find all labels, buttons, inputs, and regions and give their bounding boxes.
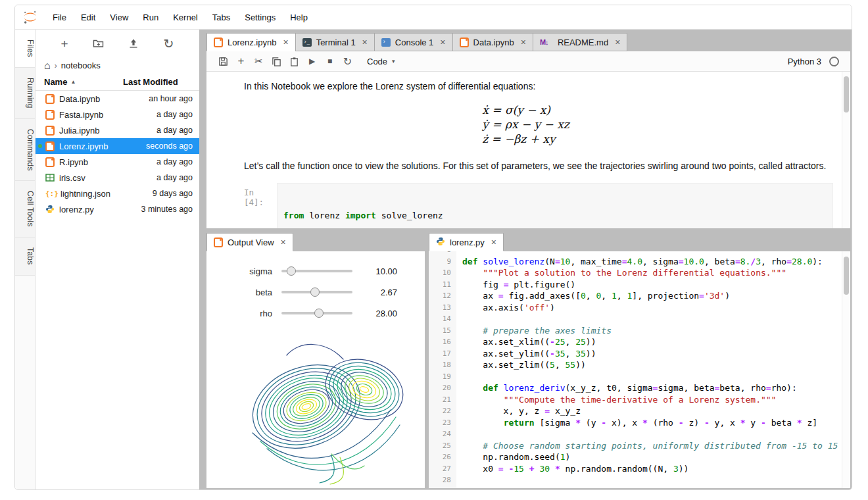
- tab-label: Console 1: [395, 38, 434, 47]
- close-icon[interactable]: ×: [283, 37, 288, 47]
- breadcrumb-folder[interactable]: notebooks: [61, 61, 101, 70]
- editor-line: 12 ax = fig.add_axes([0, 0, 1, 1], proje…: [429, 290, 850, 302]
- code-editor[interactable]: 8 9def solve_lorenz(N=10, max_time=4.0, …: [429, 251, 850, 488]
- slider-handle[interactable]: [287, 266, 296, 276]
- editor-line: 20 def lorenz_deriv(x_y_z, t0, sigma=sig…: [429, 382, 850, 394]
- line-number: 13: [429, 302, 456, 314]
- cell-type-dropdown[interactable]: Code ▾: [367, 57, 395, 66]
- editor-line: 25 # Choose random starting points, unif…: [429, 440, 850, 452]
- file-row[interactable]: R.ipynb a day ago: [36, 154, 199, 170]
- line-number: 25: [429, 440, 456, 452]
- tab-lorenz-ipynb[interactable]: Lorenz.ipynb ×: [206, 33, 296, 51]
- sidebar-tab-tabs[interactable]: Tabs: [15, 238, 35, 276]
- slider-handle[interactable]: [310, 288, 320, 297]
- notebook-scrollbar[interactable]: [842, 72, 850, 228]
- file-modified: an hour ago: [120, 94, 199, 103]
- menu-settings[interactable]: Settings: [237, 12, 283, 22]
- stop-button[interactable]: ■: [321, 57, 339, 66]
- terminal-icon: [302, 38, 312, 47]
- new-launcher-button[interactable]: +: [61, 38, 68, 50]
- close-icon[interactable]: ×: [362, 37, 368, 47]
- file-row[interactable]: lightning.json 9 days ago: [36, 186, 199, 201]
- cell-prompt: In [4]:: [244, 183, 277, 228]
- file-modified: 9 days ago: [120, 189, 199, 198]
- file-row[interactable]: Julia.ipynb a day ago: [36, 122, 199, 138]
- tab-data-ipynb[interactable]: Data.ipynb ×: [452, 33, 533, 51]
- line-number: 12: [429, 290, 456, 302]
- menu-tabs[interactable]: Tabs: [205, 12, 237, 22]
- notebook-content[interactable]: In this Notebook we explore the Lorenz s…: [206, 72, 850, 228]
- tab-label: Data.ipynb: [473, 38, 514, 47]
- code-text: """Plot a solution to the Lorenz differe…: [456, 267, 786, 279]
- file-row[interactable]: Fasta.ipynb a day ago: [36, 107, 199, 122]
- column-header-modified[interactable]: Last Modified: [123, 77, 199, 87]
- kernel-status-icon: [829, 57, 839, 66]
- file-modified: a day ago: [120, 157, 199, 166]
- sidebar-tab-running[interactable]: Running: [15, 68, 35, 119]
- cut-cells-button[interactable]: ✂: [250, 55, 268, 67]
- copy-cells-button[interactable]: [268, 57, 285, 66]
- insert-cell-button[interactable]: +: [232, 55, 250, 68]
- editor-line: 14: [429, 313, 850, 325]
- menu-edit[interactable]: Edit: [74, 12, 103, 22]
- line-number: 26: [429, 451, 456, 463]
- code-text: ax = fig.add_axes([0, 0, 1, 1], projecti…: [456, 290, 730, 302]
- editor-panel: lorenz.py × 8 9def solve_lorenz(N=10, ma…: [429, 233, 850, 488]
- menu-help[interactable]: Help: [283, 12, 315, 22]
- scrollbar-thumb[interactable]: [844, 76, 849, 113]
- line-number: 21: [429, 394, 456, 406]
- column-header-name[interactable]: Name ▲: [36, 77, 123, 87]
- file-row[interactable]: lorenz.py 3 minutes ago: [36, 201, 199, 217]
- scrollbar-thumb[interactable]: [844, 257, 849, 295]
- rho-slider[interactable]: [281, 308, 352, 318]
- close-icon[interactable]: ×: [491, 237, 496, 247]
- tab-terminal-1[interactable]: Terminal 1 ×: [295, 33, 375, 51]
- refresh-button[interactable]: ↻: [163, 38, 174, 50]
- editor-line: 24: [429, 428, 850, 440]
- sigma-slider[interactable]: [281, 266, 352, 276]
- save-button[interactable]: [214, 57, 232, 66]
- file-row[interactable]: iris.csv a day ago: [36, 170, 199, 186]
- menu-run[interactable]: Run: [135, 12, 166, 22]
- tab-console-1[interactable]: Console 1 ×: [374, 33, 453, 51]
- home-icon[interactable]: ⌂: [44, 60, 51, 72]
- sidebar-tab-commands[interactable]: Commands: [15, 119, 35, 182]
- close-icon[interactable]: ×: [521, 37, 526, 47]
- menu-kernel[interactable]: Kernel: [166, 12, 205, 22]
- sidebar-tab-files[interactable]: Files: [15, 30, 35, 68]
- file-row[interactable]: Data.ipynb an hour ago: [36, 91, 199, 107]
- slider-label: sigma: [206, 266, 272, 276]
- paste-cells-button[interactable]: [285, 57, 303, 66]
- beta-slider[interactable]: [281, 287, 352, 297]
- slider-row: beta 2.67: [206, 282, 425, 303]
- close-icon[interactable]: ×: [440, 37, 445, 47]
- tab-output-view[interactable]: Output View ×: [206, 233, 293, 251]
- kernel-name[interactable]: Python 3: [788, 57, 821, 66]
- tab-lorenz-py[interactable]: lorenz.py ×: [429, 233, 504, 251]
- editor-line: 9def solve_lorenz(N=10, max_time=4.0, si…: [429, 256, 850, 268]
- close-icon[interactable]: ×: [281, 237, 286, 247]
- sidebar-tab-cell-tools[interactable]: Cell Tools: [15, 181, 35, 238]
- slider-handle[interactable]: [314, 309, 324, 318]
- close-icon[interactable]: ×: [615, 37, 620, 47]
- code-cell-input[interactable]: from lorenz import solve_lorenz t, x_t =…: [277, 183, 833, 228]
- file-name: Fasta.ipynb: [59, 110, 120, 120]
- run-button[interactable]: ▶: [303, 57, 321, 66]
- menu-file[interactable]: File: [45, 12, 74, 22]
- slider-row: sigma 10.00: [206, 261, 425, 282]
- upload-button[interactable]: [128, 38, 139, 49]
- file-name: Julia.ipynb: [59, 126, 120, 136]
- restart-kernel-button[interactable]: ↻: [339, 55, 356, 68]
- code-cell: In [4]: from lorenz import solve_lorenz …: [244, 183, 837, 228]
- editor-scrollbar[interactable]: [842, 251, 850, 488]
- file-row-selected[interactable]: Lorenz.ipynb seconds ago: [36, 138, 199, 154]
- editor-line: 26 np.random.seed(1): [429, 451, 850, 463]
- editor-line: 27 x0 = -15 + 30 * np.random.random((N, …: [429, 463, 850, 475]
- horizontal-splitter[interactable]: [206, 228, 850, 233]
- tab-readme-md[interactable]: README.md ×: [533, 33, 627, 51]
- file-modified: a day ago: [120, 126, 199, 135]
- slider-label: beta: [206, 288, 272, 297]
- new-folder-button[interactable]: [93, 38, 104, 49]
- menu-view[interactable]: View: [103, 12, 135, 22]
- notebook-file-icon: [45, 94, 55, 104]
